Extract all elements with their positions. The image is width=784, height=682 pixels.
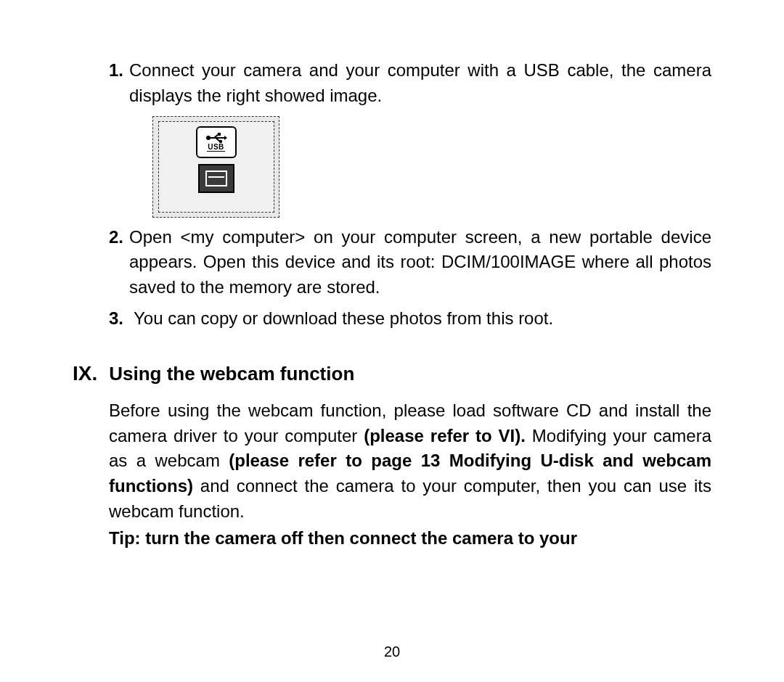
para-bold-ref-1: (please refer to VI). — [364, 426, 526, 445]
svg-marker-6 — [224, 136, 227, 140]
tip-line: Tip: turn the camera off then connect th… — [109, 526, 711, 551]
list-item-1: 1. Connect your camera and your computer… — [109, 58, 711, 109]
para-text: and connect the camera to your computer,… — [109, 476, 711, 521]
document-page: 1. Connect your camera and your computer… — [0, 0, 784, 682]
list-text: You can copy or download these photos fr… — [134, 306, 711, 332]
section-number: IX. — [73, 362, 97, 385]
svg-point-5 — [219, 139, 221, 142]
list-text: Open <my computer> on your computer scre… — [129, 225, 711, 300]
list-number: 2. — [109, 225, 123, 250]
list-item-2: 2. Open <my computer> on your computer s… — [109, 225, 711, 300]
storage-icon — [198, 164, 234, 193]
section-paragraph: Before using the webcam function, please… — [109, 398, 711, 525]
storage-icon-inner — [205, 170, 227, 186]
camera-display-figure: USB — [152, 116, 711, 218]
list-number: 1. — [109, 58, 123, 83]
camera-screen-inner: USB — [158, 121, 274, 213]
usb-trident-icon — [205, 133, 227, 143]
section-title: Using the webcam function — [109, 363, 354, 385]
list-number: 3. — [109, 306, 123, 332]
section-heading: IX. Using the webcam function — [73, 362, 711, 385]
list-item-3: 3. You can copy or download these photos… — [109, 306, 711, 332]
list-text: Connect your camera and your computer wi… — [129, 58, 711, 109]
usb-label: USB — [207, 144, 225, 152]
page-number: 20 — [0, 644, 784, 660]
svg-rect-3 — [218, 133, 221, 136]
camera-screen: USB — [152, 116, 279, 218]
usb-icon: USB — [196, 126, 237, 158]
